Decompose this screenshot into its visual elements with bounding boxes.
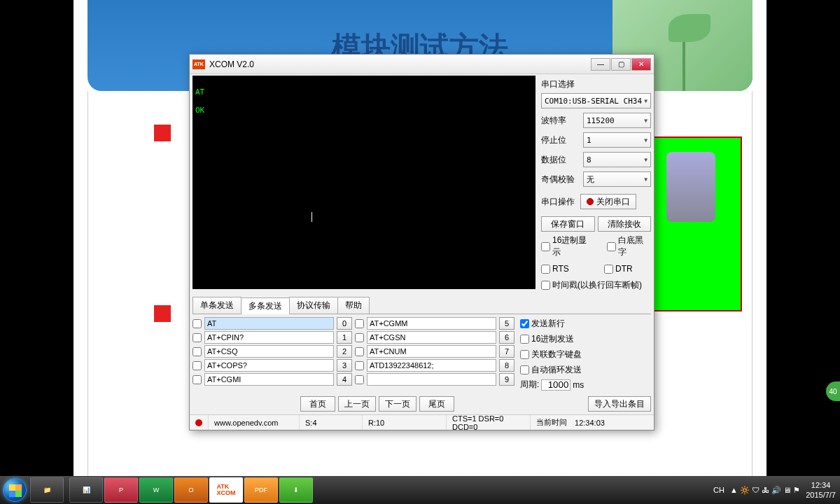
cmd-input-7[interactable] bbox=[367, 345, 496, 358]
usb-cable-image bbox=[651, 136, 742, 312]
row6-check[interactable] bbox=[355, 333, 364, 342]
send-btn-6[interactable]: 6 bbox=[499, 331, 514, 344]
side-badge[interactable]: 40 bbox=[826, 382, 840, 401]
text-cursor bbox=[312, 212, 312, 222]
row0-check[interactable] bbox=[192, 319, 202, 328]
cmd-input-9[interactable] bbox=[367, 373, 496, 386]
status-url[interactable]: www.openedv.com bbox=[209, 415, 300, 430]
parity-label: 奇偶校验 bbox=[541, 174, 578, 186]
send-btn-2[interactable]: 2 bbox=[337, 345, 352, 358]
row1-check[interactable] bbox=[192, 333, 202, 342]
terminal-output[interactable]: AT OK bbox=[192, 76, 536, 289]
row8-check[interactable] bbox=[355, 361, 364, 370]
row7-check[interactable] bbox=[355, 347, 364, 356]
task-wps[interactable]: W bbox=[139, 477, 173, 503]
titlebar[interactable]: ATK XCOM V2.0 — ▢ ✕ bbox=[190, 55, 654, 74]
cmd-input-3[interactable] bbox=[204, 359, 334, 372]
period-label: 周期: bbox=[520, 379, 539, 391]
send-btn-1[interactable]: 1 bbox=[337, 331, 352, 344]
dtr-check[interactable] bbox=[604, 265, 613, 274]
row5-check[interactable] bbox=[355, 319, 364, 328]
row3-check[interactable] bbox=[192, 361, 202, 370]
send-btn-7[interactable]: 7 bbox=[499, 345, 514, 358]
cmd-input-1[interactable] bbox=[204, 331, 334, 344]
minimize-button[interactable]: — bbox=[591, 58, 610, 71]
red-bullet bbox=[154, 125, 171, 141]
hex-display-check[interactable] bbox=[541, 242, 550, 251]
nav-row: 首页 上一页 下一页 尾页 导入导出条目 bbox=[190, 393, 654, 414]
task-app-1[interactable]: 📊 bbox=[69, 477, 103, 503]
send-btn-5[interactable]: 5 bbox=[499, 317, 514, 330]
record-icon bbox=[587, 198, 594, 205]
lang-indicator[interactable]: CH bbox=[713, 486, 724, 494]
tab-multi-send[interactable]: 多条发送 bbox=[241, 298, 290, 314]
baud-label: 波特率 bbox=[541, 115, 578, 127]
send-btn-9[interactable]: 9 bbox=[499, 373, 514, 386]
save-window-button[interactable]: 保存窗口 bbox=[541, 216, 595, 232]
cmd-input-0[interactable] bbox=[204, 317, 334, 330]
hex-send-check[interactable] bbox=[520, 335, 529, 344]
send-tabs: 单条发送 多条发送 协议传输 帮助 bbox=[192, 297, 651, 314]
stop-select[interactable]: 1 bbox=[583, 132, 651, 148]
period-input[interactable] bbox=[541, 379, 570, 391]
data-label: 数据位 bbox=[541, 154, 578, 166]
task-pdf[interactable]: PDF bbox=[244, 477, 278, 503]
timestamp-check[interactable] bbox=[541, 281, 550, 290]
task-download[interactable]: ⬇ bbox=[279, 477, 313, 503]
close-port-button[interactable]: 关闭串口 bbox=[580, 194, 636, 209]
red-bullet bbox=[154, 305, 171, 322]
next-page-button[interactable]: 下一页 bbox=[379, 396, 416, 412]
windows-logo-icon bbox=[3, 478, 27, 502]
serial-settings-panel: 串口选择 COM10:USB-SERIAL CH34 波特率115200 停止位… bbox=[541, 76, 651, 295]
status-received: R:10 bbox=[363, 415, 447, 430]
row2-check[interactable] bbox=[192, 347, 202, 356]
tab-protocol[interactable]: 协议传输 bbox=[289, 297, 338, 314]
import-export-button[interactable]: 导入导出条目 bbox=[588, 396, 651, 412]
port-select[interactable]: COM10:USB-SERIAL CH34 bbox=[541, 93, 651, 108]
parity-select[interactable]: 无 bbox=[583, 172, 651, 187]
stop-label: 停止位 bbox=[541, 134, 578, 146]
white-bg-check[interactable] bbox=[607, 242, 616, 251]
multi-send-panel: 0 1 2 3 4 5 6 7 8 9 发送新行 16进制发送 关联数字键盘 自… bbox=[190, 314, 654, 393]
status-sent: S:4 bbox=[300, 415, 363, 430]
auto-loop-check[interactable] bbox=[520, 365, 529, 374]
send-newline-check[interactable] bbox=[520, 319, 529, 328]
cmd-input-5[interactable] bbox=[367, 317, 496, 330]
tray-icons[interactable]: ▲ 🔆 🛡 🖧 🔊 🖥 ⚑ bbox=[730, 486, 800, 495]
status-indicator-icon bbox=[195, 419, 202, 426]
maximize-button[interactable]: ▢ bbox=[611, 58, 631, 71]
row9-check[interactable] bbox=[355, 375, 364, 384]
task-powerpoint[interactable]: P bbox=[104, 477, 138, 503]
tab-help[interactable]: 帮助 bbox=[337, 297, 370, 314]
tab-single-send[interactable]: 单条发送 bbox=[192, 297, 241, 314]
start-button[interactable] bbox=[0, 476, 29, 504]
data-select[interactable]: 8 bbox=[583, 152, 651, 167]
taskbar[interactable]: 📁 📊 P W O ATK XCOM PDF ⬇ CH ▲ 🔆 🛡 🖧 🔊 🖥 … bbox=[0, 476, 840, 504]
status-signals: CTS=1 DSR=0 DCD=0 bbox=[447, 415, 531, 430]
clear-receive-button[interactable]: 清除接收 bbox=[598, 216, 652, 232]
send-btn-4[interactable]: 4 bbox=[337, 373, 352, 386]
task-office[interactable]: O bbox=[174, 477, 208, 503]
send-btn-8[interactable]: 8 bbox=[499, 359, 514, 372]
send-btn-3[interactable]: 3 bbox=[337, 359, 352, 372]
clock[interactable]: 12:34 2015/7/7 bbox=[806, 480, 836, 500]
app-icon: ATK bbox=[192, 59, 205, 69]
close-button[interactable]: ✕ bbox=[631, 58, 651, 71]
row4-check[interactable] bbox=[192, 375, 202, 384]
numpad-check[interactable] bbox=[520, 350, 529, 359]
last-page-button[interactable]: 尾页 bbox=[419, 396, 454, 412]
cmd-input-4[interactable] bbox=[204, 373, 334, 386]
task-xcom[interactable]: ATK XCOM bbox=[209, 477, 243, 503]
cmd-input-6[interactable] bbox=[367, 331, 496, 344]
window-title: XCOM V2.0 bbox=[209, 59, 591, 69]
first-page-button[interactable]: 首页 bbox=[300, 396, 335, 412]
send-btn-0[interactable]: 0 bbox=[337, 317, 352, 330]
cmd-input-8[interactable] bbox=[367, 359, 496, 372]
prev-page-button[interactable]: 上一页 bbox=[338, 396, 376, 412]
cmd-input-2[interactable] bbox=[204, 345, 334, 358]
system-tray[interactable]: CH ▲ 🔆 🛡 🖧 🔊 🖥 ⚑ 12:34 2015/7/7 bbox=[709, 480, 840, 500]
baud-select[interactable]: 115200 bbox=[583, 113, 651, 128]
port-section-label: 串口选择 bbox=[541, 78, 651, 90]
task-explorer[interactable]: 📁 bbox=[30, 477, 64, 503]
rts-check[interactable] bbox=[541, 265, 550, 274]
